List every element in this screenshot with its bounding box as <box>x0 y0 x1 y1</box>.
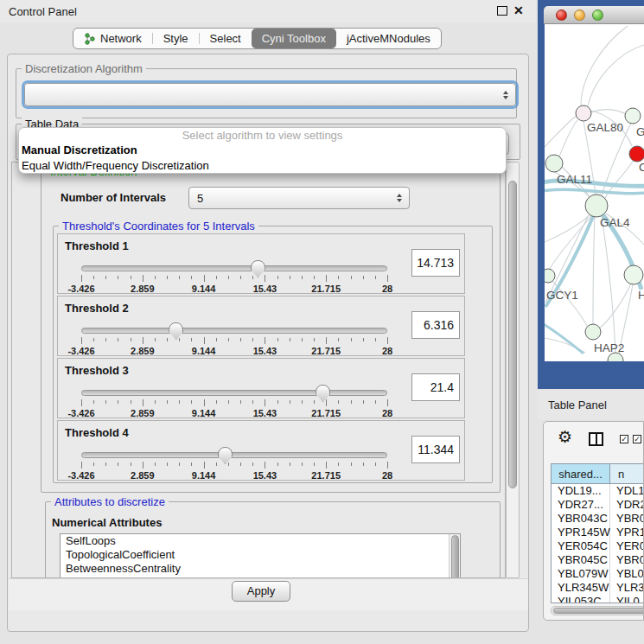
select-none-checkbox-icon[interactable]: ✓ <box>633 435 641 443</box>
tab-network[interactable]: Network <box>73 29 152 48</box>
algorithm-combobox[interactable] <box>24 83 516 106</box>
node-label: GAL80 <box>587 121 623 134</box>
slider-tick-labels: -3.4262.8599.14415.4321.71528 <box>81 284 387 294</box>
node-hap2[interactable] <box>585 324 601 340</box>
table-body: YDL19...YDL1 YDR27...YDR2 YBR043CYBR0 YP… <box>552 484 644 603</box>
threshold-label: Threshold 4 <box>65 426 129 439</box>
close-icon[interactable]: ✕ <box>513 3 524 17</box>
column-view-icon[interactable] <box>589 432 603 446</box>
slider-tick-labels: -3.4262.8599.14415.4321.71528 <box>81 408 387 418</box>
node-label: GCY1 <box>546 289 578 302</box>
list-item[interactable]: SelfLoops <box>61 534 460 548</box>
node-gal4[interactable] <box>585 194 608 217</box>
node-top-right[interactable] <box>625 108 641 124</box>
algorithm-dropdown-popup: Select algorithm to view settings Manual… <box>18 127 507 174</box>
column-header-shared-name[interactable]: shared... <box>552 464 610 483</box>
fieldset-legend: Threshold's Coordinates for 5 Intervals <box>59 220 258 233</box>
select-all-checkbox-icon[interactable]: ✓ <box>620 435 628 443</box>
node-label: GAL11 <box>557 173 592 186</box>
tab-label: Select <box>210 32 241 45</box>
tab-jactivemnodules[interactable]: jActiveMNodules <box>336 29 441 48</box>
settings-scrollbar[interactable] <box>506 162 520 578</box>
table-panel-title: Table Panel <box>548 399 607 411</box>
application-window: Control Panel ✕ Network Style Select Cyn… <box>0 0 644 644</box>
close-traffic-light-icon[interactable] <box>556 10 567 21</box>
node-gal11[interactable] <box>545 155 563 172</box>
threshold-label: Threshold 2 <box>65 302 129 315</box>
dropdown-placeholder: Select algorithm to view settings <box>19 128 506 143</box>
slider-ticks <box>81 399 387 407</box>
control-panel-tabs: Network Style Select Cyni Toolbox jActiv… <box>73 28 442 49</box>
table-row[interactable]: YBL079WYBL0 <box>552 567 644 581</box>
network-graph: GAL80 G C GAL11 GAL4 GCY1 H HAP2 <box>545 24 644 361</box>
apply-button[interactable]: Apply <box>232 581 290 602</box>
slider-track[interactable] <box>81 452 387 458</box>
slider-track[interactable] <box>81 328 387 334</box>
threshold-value-field[interactable]: 21.4 <box>411 373 460 401</box>
list-scrollbar[interactable] <box>449 534 460 578</box>
node-gal80[interactable] <box>576 105 591 121</box>
table-row[interactable]: YER054CYER0 <box>552 539 644 553</box>
float-window-icon[interactable] <box>497 6 507 16</box>
threshold-value-field[interactable]: 11.344 <box>411 436 460 463</box>
tab-select[interactable]: Select <box>200 29 252 48</box>
interval-definition-fieldset: Interval Definition Number of Intervals … <box>41 171 501 493</box>
dropdown-option-manual[interactable]: Manual Discretization <box>19 143 506 158</box>
gear-icon[interactable]: ⚙ <box>558 429 572 445</box>
table-row[interactable]: YLR345WYLR3 <box>552 581 644 595</box>
threshold-slider[interactable]: -3.4262.8599.14415.4321.71528 <box>81 450 387 479</box>
table-row[interactable]: YIL053CYIL0 <box>552 595 644 603</box>
numerical-attributes-label: Numerical Attributes <box>52 516 162 529</box>
network-window-titlebar[interactable] <box>544 6 644 24</box>
network-canvas[interactable]: GAL80 G C GAL11 GAL4 GCY1 H HAP2 <box>545 24 644 361</box>
attributes-fieldset: Attributes to discretize Numerical Attri… <box>45 501 501 578</box>
threshold-slider[interactable]: -3.4262.8599.14415.4321.71528 <box>81 387 387 417</box>
tab-label: Cyni Toolbox <box>262 32 326 45</box>
slider-track[interactable] <box>81 265 387 271</box>
list-item[interactable]: BetweennessCentrality <box>61 562 460 576</box>
tab-cyni-toolbox[interactable]: Cyni Toolbox <box>252 29 336 48</box>
node-attribute-table: shared... n YDL19...YDL1 YDR27...YDR2 YB… <box>551 463 644 603</box>
table-row[interactable]: YBR045CYBR0 <box>552 553 644 567</box>
dropdown-option-equal-width[interactable]: Equal Width/Frequency Discretization <box>19 158 506 174</box>
threshold-value-field[interactable]: 6.316 <box>411 311 460 339</box>
node-label: H <box>638 289 644 302</box>
threshold-label: Threshold 3 <box>65 364 129 377</box>
minimize-traffic-light-icon[interactable] <box>574 10 585 21</box>
threshold-2-panel: Threshold 2 -3.4262.8599.14415.4321.7152… <box>57 296 465 356</box>
slider-tick-labels: -3.4262.8599.14415.4321.71528 <box>81 346 387 356</box>
fieldset-legend: Attributes to discretize <box>51 495 169 508</box>
threshold-slider[interactable]: -3.4262.8599.14415.4321.71528 <box>81 263 387 292</box>
threshold-3-panel: Threshold 3 -3.4262.8599.14415.4321.7152… <box>57 358 465 418</box>
node-red-selected[interactable] <box>629 146 644 162</box>
table-panel-titlebar: Table Panel <box>538 391 644 419</box>
table-horizontal-scrollbar[interactable] <box>551 606 644 615</box>
slider-ticks <box>81 462 387 469</box>
tab-label: Style <box>163 32 188 45</box>
table-row[interactable]: YDL19...YDL1 <box>552 484 644 498</box>
threshold-value-field[interactable]: 14.713 <box>411 249 460 277</box>
number-of-intervals-combobox[interactable]: 5 <box>188 187 410 209</box>
tab-label: jActiveMNodules <box>347 32 430 45</box>
slider-tick-labels: -3.4262.8599.14415.4321.71528 <box>81 470 387 481</box>
threshold-label: Threshold 1 <box>65 239 129 252</box>
column-header-name[interactable]: n <box>610 464 644 483</box>
panel-title: Control Panel <box>9 5 77 18</box>
tab-style[interactable]: Style <box>153 29 199 48</box>
node-gcy1[interactable] <box>545 269 555 283</box>
node-label: GAL4 <box>600 216 630 229</box>
table-row[interactable]: YDR27...YDR2 <box>552 498 644 512</box>
threshold-slider[interactable]: -3.4262.8599.14415.4321.71528 <box>81 325 387 354</box>
slider-track[interactable] <box>81 390 387 396</box>
zoom-traffic-light-icon[interactable] <box>592 10 603 21</box>
attributes-listbox[interactable]: SelfLoops TopologicalCoefficient Between… <box>60 533 461 578</box>
table-row[interactable]: YBR043CYBR0 <box>552 512 644 526</box>
node-label: HAP2 <box>594 341 624 354</box>
tab-label: Network <box>100 32 142 45</box>
number-of-intervals-label: Number of Intervals <box>61 191 166 204</box>
list-item[interactable]: TopologicalCoefficient <box>61 548 460 562</box>
control-panel-titlebar: Control Panel ✕ <box>0 0 536 22</box>
node-h[interactable] <box>624 265 643 284</box>
table-row[interactable]: YPR145WYPR1 <box>552 526 644 539</box>
slider-ticks <box>81 337 387 345</box>
